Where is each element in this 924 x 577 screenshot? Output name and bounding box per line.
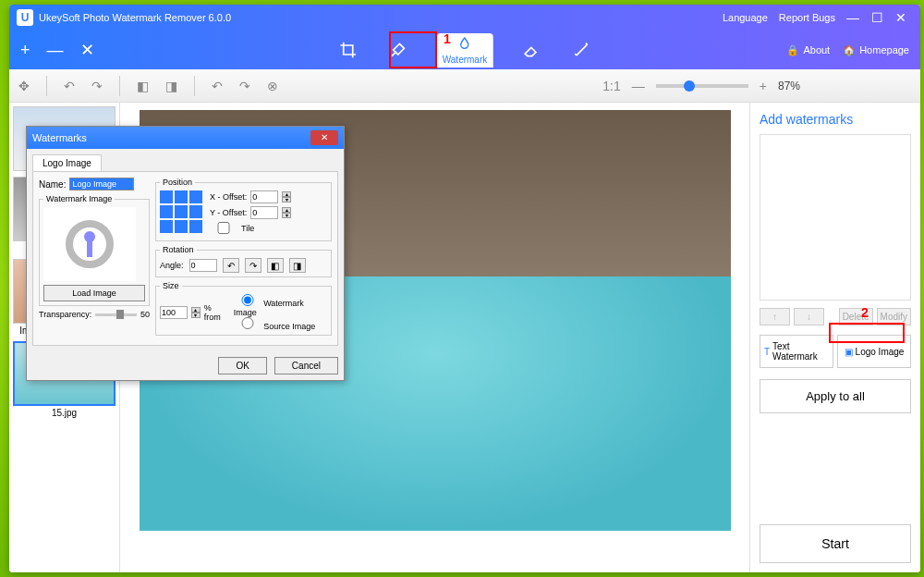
dialog-title: Watermarks	[32, 132, 87, 143]
move-icon[interactable]: ✥	[18, 79, 30, 93]
text-watermark-button[interactable]: T Text Watermark	[760, 335, 833, 368]
reset-icon[interactable]: ⊗	[267, 79, 278, 93]
pos-cell[interactable]	[189, 220, 202, 233]
size-legend: Size	[160, 281, 182, 290]
logo-image-tab[interactable]: Logo Image	[32, 154, 102, 171]
droplet-icon	[457, 36, 472, 55]
pos-cell[interactable]	[175, 205, 188, 218]
tile-checkbox[interactable]	[210, 222, 237, 234]
window-close-button[interactable]: ✕	[892, 10, 910, 25]
move-up-button[interactable]: ↑	[760, 308, 790, 325]
pos-cell[interactable]	[175, 220, 188, 233]
position-fieldset: Position X - Offset: ▴▾	[155, 178, 332, 241]
eraser-tool-icon[interactable]	[520, 39, 542, 61]
report-bugs-link[interactable]: Report Bugs	[779, 12, 835, 23]
rotate-cw-icon[interactable]: ↷	[245, 258, 261, 273]
magic-wand-tool-icon[interactable]	[570, 39, 592, 61]
crop-tool-icon[interactable]	[337, 39, 359, 61]
remove-image-button[interactable]: —	[47, 41, 64, 60]
zoom-slider[interactable]	[656, 84, 748, 88]
cancel-button[interactable]: Cancel	[274, 357, 338, 374]
app-title: UkeySoft Photo Watermark Remover 6.0.0	[39, 12, 231, 23]
spinner-down[interactable]: ▾	[282, 213, 291, 218]
watermark-image-radio[interactable]	[234, 294, 261, 306]
edit-toolbar: ✥ ↶ ↷ ◧ ◨ ↶ ↷ ⊗ 1:1 — + 87%	[9, 69, 920, 103]
text-watermark-label: Text Watermark	[772, 341, 829, 362]
redo-icon[interactable]: ↷	[239, 79, 250, 93]
spinner-down[interactable]: ▾	[282, 197, 291, 203]
x-offset-input[interactable]	[250, 190, 278, 203]
flip-h-icon[interactable]: ◧	[267, 258, 284, 273]
menu-bar: + — ✕ Watermark	[9, 31, 920, 69]
rotate-left-icon[interactable]: ↶	[64, 79, 75, 93]
thumbnail-label: 15.jpg	[52, 408, 77, 418]
about-label: About	[803, 44, 830, 55]
pos-cell[interactable]	[189, 205, 202, 218]
apply-to-all-button[interactable]: Apply to all	[760, 379, 911, 413]
size-input[interactable]	[160, 306, 188, 319]
watermarks-panel: Add watermarks ↑ ↓ Delete Modify T Text …	[749, 103, 920, 572]
angle-input[interactable]	[189, 259, 217, 272]
about-link[interactable]: 🔒 About	[786, 44, 830, 56]
wm-image-legend: Watermark Image	[43, 194, 115, 203]
move-down-button[interactable]: ↓	[794, 308, 824, 325]
source-image-radio[interactable]	[234, 317, 261, 329]
angle-label: Angle:	[160, 261, 184, 270]
transparency-slider[interactable]	[95, 313, 137, 316]
watermark-preview-box	[760, 134, 911, 301]
rotate-right-icon[interactable]: ↷	[91, 79, 103, 93]
position-grid[interactable]	[160, 190, 202, 233]
x-offset-label: X - Offset:	[210, 192, 247, 202]
watermarks-dialog: Watermarks ✕ Logo Image Name: Watermark …	[26, 126, 345, 381]
dialog-close-button[interactable]: ✕	[310, 130, 338, 145]
dialog-title-bar[interactable]: Watermarks ✕	[27, 127, 344, 149]
rotation-legend: Rotation	[160, 245, 197, 254]
modify-button[interactable]: Modify	[877, 308, 911, 325]
logo-image-label: Logo Image	[856, 347, 905, 357]
pos-cell[interactable]	[160, 205, 173, 218]
spinner-down[interactable]: ▾	[191, 313, 201, 318]
minimize-button[interactable]: —	[844, 10, 862, 25]
language-link[interactable]: Language	[723, 12, 768, 23]
homepage-link[interactable]: 🏠 Homepage	[843, 44, 909, 56]
app-logo-icon: U	[17, 9, 33, 26]
brush-tool-icon[interactable]	[387, 39, 409, 61]
watermark-image-fieldset: Watermark Image Load Image	[39, 194, 150, 306]
pos-cell[interactable]	[160, 220, 173, 233]
watermark-tool-label: Watermark	[443, 55, 488, 65]
name-input[interactable]	[69, 178, 134, 190]
zoom-ratio-label[interactable]: 1:1	[602, 79, 620, 93]
logo-image-button[interactable]: ▣ Logo Image	[837, 335, 911, 368]
undo-icon[interactable]: ↶	[212, 79, 223, 93]
svg-rect-2	[87, 240, 92, 257]
start-button[interactable]: Start	[760, 524, 911, 563]
flip-v-icon[interactable]: ◨	[165, 79, 177, 93]
lock-icon: 🔒	[786, 44, 799, 56]
pos-cell[interactable]	[175, 190, 188, 203]
ok-button[interactable]: OK	[218, 357, 266, 374]
home-icon: 🏠	[843, 44, 856, 56]
load-image-button[interactable]: Load Image	[43, 285, 145, 301]
pos-cell[interactable]	[160, 190, 173, 203]
transparency-value: 50	[140, 310, 150, 319]
name-label: Name:	[39, 179, 66, 190]
clear-images-button[interactable]: ✕	[80, 40, 94, 60]
zoom-out-button[interactable]: —	[632, 79, 645, 93]
rotate-ccw-icon[interactable]: ↶	[223, 258, 239, 273]
delete-button[interactable]: Delete	[839, 308, 873, 325]
tile-label: Tile	[241, 224, 254, 233]
pct-from-label: % from	[204, 303, 230, 322]
zoom-in-button[interactable]: +	[760, 79, 767, 93]
zoom-percent: 87%	[778, 80, 800, 92]
watermark-tool-button[interactable]: Watermark	[437, 33, 493, 68]
size-fieldset: Size ▴▾ % from Watermark Image Source Im…	[155, 281, 332, 336]
pos-cell[interactable]	[189, 190, 202, 203]
maximize-button[interactable]: ☐	[868, 10, 886, 25]
panel-heading: Add watermarks	[760, 112, 911, 127]
y-offset-label: Y - Offset:	[210, 208, 247, 217]
y-offset-input[interactable]	[250, 206, 278, 219]
add-image-button[interactable]: +	[20, 41, 30, 60]
src-radio-label: Source Image	[263, 322, 315, 331]
flip-v-icon[interactable]: ◨	[289, 258, 306, 273]
flip-h-icon[interactable]: ◧	[137, 79, 149, 93]
